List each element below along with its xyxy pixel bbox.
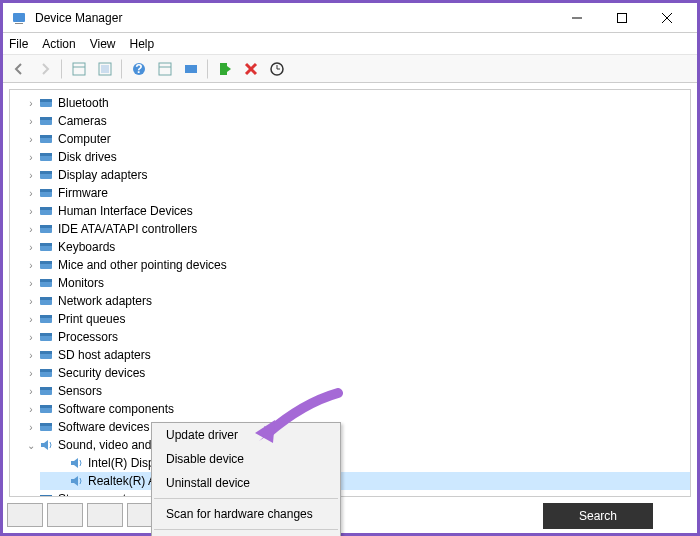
tree-node[interactable]: ›Bluetooth	[10, 94, 690, 112]
close-button[interactable]	[644, 3, 689, 33]
tree-node[interactable]: ›Storage contro	[10, 490, 690, 497]
expand-icon[interactable]: ›	[24, 260, 38, 271]
collapse-icon[interactable]: ⌄	[24, 440, 38, 451]
tree-label: Processors	[58, 330, 118, 344]
tree-node[interactable]: ⌄Sound, video and game controllers	[10, 436, 690, 454]
tree-node[interactable]: ›SD host adapters	[10, 346, 690, 364]
svg-rect-3	[617, 13, 626, 22]
svg-rect-20	[40, 99, 52, 102]
thumbnail[interactable]	[87, 503, 123, 527]
expand-icon[interactable]: ›	[24, 242, 38, 253]
expand-icon[interactable]: ›	[24, 98, 38, 109]
expand-icon[interactable]: ›	[24, 422, 38, 433]
tree-node[interactable]: ›Security devices	[10, 364, 690, 382]
tree-label: Firmware	[58, 186, 108, 200]
expand-icon[interactable]: ›	[24, 494, 38, 498]
menu-file[interactable]: File	[9, 37, 28, 51]
svg-rect-48	[40, 351, 52, 354]
separator	[121, 59, 123, 79]
device-icon	[38, 383, 54, 399]
svg-rect-32	[40, 207, 52, 210]
svg-marker-63	[255, 420, 275, 443]
tree-node[interactable]: ›Mice and other pointing devices	[10, 256, 690, 274]
search-button[interactable]: Search	[543, 503, 653, 529]
tree-node[interactable]: ›Print queues	[10, 310, 690, 328]
help-icon[interactable]: ?	[127, 57, 151, 81]
tree-node[interactable]: ›Processors	[10, 328, 690, 346]
tree-label: Software components	[58, 402, 174, 416]
device-icon	[38, 203, 54, 219]
expand-icon[interactable]: ›	[24, 332, 38, 343]
scan-icon[interactable]	[179, 57, 203, 81]
expand-icon[interactable]: ›	[24, 152, 38, 163]
tree-label: Network adapters	[58, 294, 152, 308]
expand-icon[interactable]: ›	[24, 386, 38, 397]
tree-node[interactable]: ›Network adapters	[10, 292, 690, 310]
expand-icon[interactable]: ›	[24, 278, 38, 289]
enable-icon[interactable]	[213, 57, 237, 81]
expand-icon[interactable]: ›	[24, 224, 38, 235]
sound-icon	[38, 437, 54, 453]
tree-node[interactable]: ›Monitors	[10, 274, 690, 292]
expand-icon[interactable]: ›	[24, 116, 38, 127]
expand-icon[interactable]: ›	[24, 314, 38, 325]
thumbnail[interactable]	[7, 503, 43, 527]
ctx-uninstall-device[interactable]: Uninstall device	[152, 471, 340, 495]
tree-label: Print queues	[58, 312, 125, 326]
expand-icon[interactable]: ›	[24, 134, 38, 145]
tree-node[interactable]: ›Keyboards	[10, 238, 690, 256]
svg-rect-40	[40, 279, 52, 282]
maximize-button[interactable]	[599, 3, 644, 33]
svg-rect-30	[40, 189, 52, 192]
thumbnail[interactable]	[47, 503, 83, 527]
minimize-button[interactable]	[554, 3, 599, 33]
tree-node[interactable]: ›Computer	[10, 130, 690, 148]
tree-label: Human Interface Devices	[58, 204, 193, 218]
forward-button[interactable]	[33, 57, 57, 81]
tree-node-child[interactable]: Realtek(R) A	[40, 472, 690, 490]
svg-rect-22	[40, 117, 52, 120]
sound-icon	[68, 455, 84, 471]
expand-icon[interactable]: ›	[24, 206, 38, 217]
toolbar: ?	[3, 55, 697, 83]
tree-node[interactable]: ›Human Interface Devices	[10, 202, 690, 220]
svg-rect-26	[40, 153, 52, 156]
svg-rect-28	[40, 171, 52, 174]
tree-node[interactable]: ›Firmware	[10, 184, 690, 202]
toolbar-icon[interactable]	[67, 57, 91, 81]
expand-icon[interactable]: ›	[24, 368, 38, 379]
tree-node-child[interactable]: Intel(R) Display Audio	[40, 454, 690, 472]
tree-label: Display adapters	[58, 168, 147, 182]
tree-node[interactable]: ›Disk drives	[10, 148, 690, 166]
menu-help[interactable]: Help	[130, 37, 155, 51]
separator	[154, 529, 338, 530]
expand-icon[interactable]: ›	[24, 296, 38, 307]
uninstall-icon[interactable]	[239, 57, 263, 81]
tree-node[interactable]: ›IDE ATA/ATAPI controllers	[10, 220, 690, 238]
tree-node[interactable]: ›Display adapters	[10, 166, 690, 184]
tree-label: Keyboards	[58, 240, 115, 254]
svg-rect-24	[40, 135, 52, 138]
menu-view[interactable]: View	[90, 37, 116, 51]
toolbar-icon[interactable]	[153, 57, 177, 81]
device-icon	[38, 347, 54, 363]
tree-label: Realtek(R) A	[88, 474, 156, 488]
menu-action[interactable]: Action	[42, 37, 75, 51]
svg-rect-12	[159, 63, 171, 75]
update-icon[interactable]	[265, 57, 289, 81]
ctx-disable-device[interactable]: Disable device	[152, 447, 340, 471]
tree-node[interactable]: ›Software devices	[10, 418, 690, 436]
back-button[interactable]	[7, 57, 31, 81]
expand-icon[interactable]: ›	[24, 404, 38, 415]
expand-icon[interactable]: ›	[24, 350, 38, 361]
svg-rect-58	[40, 495, 52, 497]
expand-icon[interactable]: ›	[24, 188, 38, 199]
tree-node[interactable]: ›Sensors	[10, 382, 690, 400]
toolbar-icon[interactable]	[93, 57, 117, 81]
expand-icon[interactable]: ›	[24, 170, 38, 181]
ctx-scan[interactable]: Scan for hardware changes	[152, 502, 340, 526]
tree-view[interactable]: ›Bluetooth›Cameras›Computer›Disk drives›…	[9, 89, 691, 497]
tree-node[interactable]: ›Software components	[10, 400, 690, 418]
tree-label: Security devices	[58, 366, 145, 380]
tree-node[interactable]: ›Cameras	[10, 112, 690, 130]
